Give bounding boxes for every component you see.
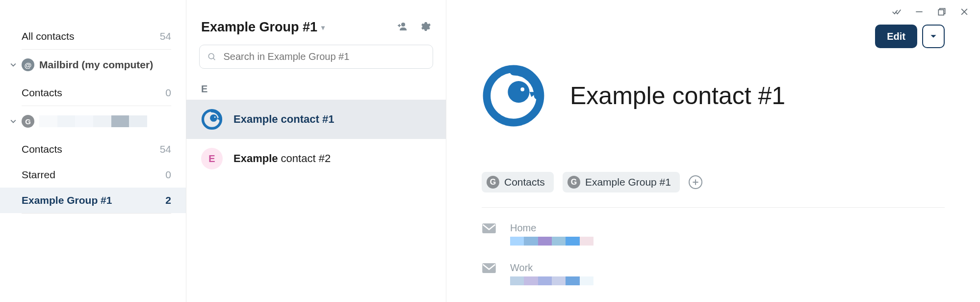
count-badge: 54 xyxy=(160,30,171,42)
sidebar: All contacts 54 @ Mailbird (my computer)… xyxy=(0,0,186,302)
gear-icon[interactable] xyxy=(419,21,431,34)
add-contact-icon[interactable] xyxy=(396,21,408,34)
close-icon[interactable] xyxy=(959,7,969,19)
field-label: Work xyxy=(510,262,593,274)
label: Contacts xyxy=(22,143,62,155)
label: Example Group #1 xyxy=(22,194,112,206)
sidebar-group-mailbird[interactable]: @ Mailbird (my computer) xyxy=(0,50,186,80)
google-icon: G xyxy=(487,176,499,189)
divider xyxy=(482,207,945,208)
chip-label: Example Group #1 xyxy=(585,176,671,188)
add-group-button[interactable] xyxy=(689,175,702,189)
svg-line-2 xyxy=(213,58,215,60)
edit-button[interactable]: Edit xyxy=(875,25,917,48)
svg-rect-17 xyxy=(482,263,496,273)
group-chip[interactable]: G Example Group #1 xyxy=(563,172,680,192)
account-name-redacted xyxy=(39,115,147,127)
count-badge: 0 xyxy=(165,87,171,99)
search-input[interactable] xyxy=(224,51,425,62)
svg-point-12 xyxy=(508,81,529,103)
read-all-icon[interactable] xyxy=(892,7,902,19)
contact-name: Example contact #1 xyxy=(233,113,334,126)
contact-avatar-large xyxy=(482,64,545,128)
svg-point-0 xyxy=(401,23,405,27)
avatar-mailbird-icon xyxy=(201,109,223,130)
edit-dropdown-button[interactable] xyxy=(922,25,945,48)
separator xyxy=(22,213,171,214)
contact-list-panel: Example Group #1 ▾ E xyxy=(186,0,446,302)
group-chip[interactable]: G Contacts xyxy=(482,172,554,192)
chip-label: Contacts xyxy=(504,176,545,188)
contact-detail-panel: Edit Example contact #1 G Contacts G Exa… xyxy=(446,0,980,302)
sidebar-google-contacts[interactable]: Contacts 54 xyxy=(0,137,186,162)
count-badge: 2 xyxy=(165,194,171,206)
contact-row[interactable]: Example contact #1 xyxy=(186,100,446,139)
window-controls xyxy=(892,7,969,19)
search-icon xyxy=(207,52,217,62)
email-icon xyxy=(482,222,498,235)
email-field-home: Home xyxy=(482,222,945,247)
search-input-wrapper[interactable] xyxy=(199,45,433,69)
contact-name: Example contact #2 xyxy=(233,152,331,165)
sidebar-all-contacts[interactable]: All contacts 54 xyxy=(0,24,186,49)
contact-name-heading: Example contact #1 xyxy=(570,82,785,110)
email-field-work: Work xyxy=(482,262,945,287)
group-title-dropdown[interactable]: Example Group #1 ▾ xyxy=(201,20,325,35)
contact-row[interactable]: E Example contact #2 xyxy=(186,139,446,178)
group-title: Mailbird (my computer) xyxy=(39,59,153,71)
svg-point-13 xyxy=(520,87,524,91)
svg-point-4 xyxy=(210,114,217,122)
svg-rect-8 xyxy=(938,10,944,15)
google-icon: G xyxy=(567,176,580,189)
svg-point-5 xyxy=(214,116,216,118)
count-badge: 0 xyxy=(165,169,171,181)
field-label: Home xyxy=(510,222,593,234)
email-value-redacted[interactable] xyxy=(510,276,593,285)
email-value-redacted[interactable] xyxy=(510,237,593,246)
avatar-letter: E xyxy=(201,148,223,169)
google-icon: G xyxy=(22,115,34,128)
mailbird-icon: @ xyxy=(22,58,34,71)
email-icon xyxy=(482,262,498,275)
maximize-icon[interactable] xyxy=(937,7,947,19)
label: Starred xyxy=(22,169,55,181)
svg-point-1 xyxy=(208,54,214,59)
minimize-icon[interactable] xyxy=(914,7,924,19)
count-badge: 54 xyxy=(160,143,171,155)
svg-rect-16 xyxy=(482,223,496,233)
sidebar-google-starred[interactable]: Starred 0 xyxy=(0,162,186,188)
chevron-down-icon xyxy=(10,61,17,68)
label: Contacts xyxy=(22,87,62,99)
sidebar-mailbird-contacts[interactable]: Contacts 0 xyxy=(0,80,186,106)
label: All contacts xyxy=(22,30,74,42)
chevron-down-icon xyxy=(10,118,17,125)
section-letter: E xyxy=(186,77,446,100)
dropdown-caret-icon: ▾ xyxy=(321,24,325,31)
title-text: Example Group #1 xyxy=(201,20,317,35)
sidebar-google-example-group[interactable]: Example Group #1 2 xyxy=(0,188,186,213)
sidebar-group-google[interactable]: G xyxy=(0,106,186,137)
